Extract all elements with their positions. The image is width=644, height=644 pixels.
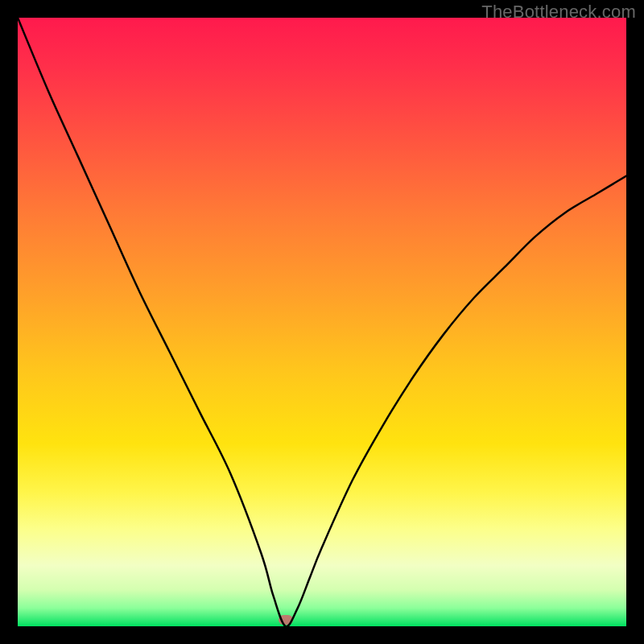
- chart-frame: TheBottleneck.com: [0, 0, 644, 644]
- bottleneck-curve: [18, 18, 626, 626]
- plot-area: [18, 18, 626, 626]
- watermark-text: TheBottleneck.com: [481, 2, 636, 23]
